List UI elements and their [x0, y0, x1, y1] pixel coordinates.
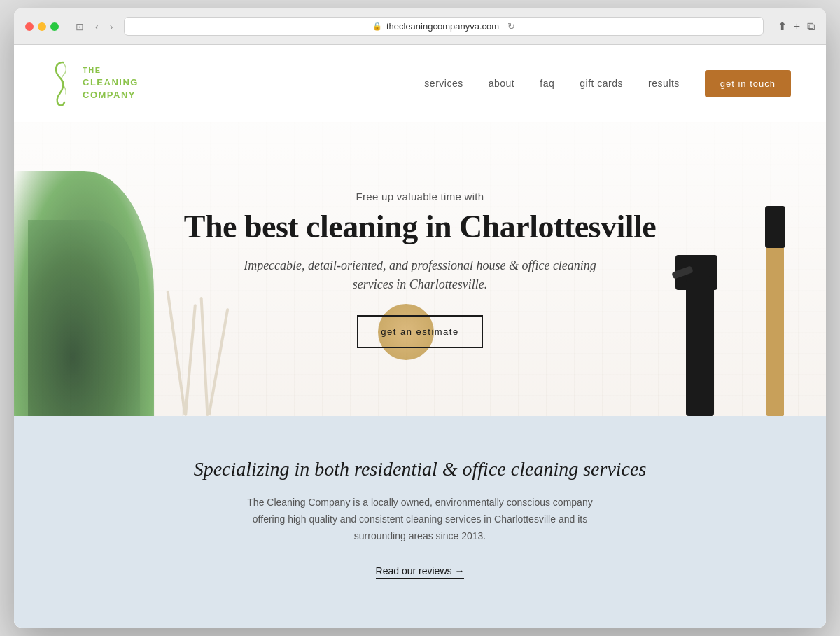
traffic-lights: [25, 22, 59, 31]
hero-eyebrow: Free up valuable time with: [356, 191, 484, 202]
logo-icon: [49, 59, 77, 108]
browser-actions: ⬆ + ⧉: [778, 20, 815, 33]
minimize-button[interactable]: [38, 22, 46, 31]
forward-button[interactable]: ›: [107, 20, 116, 34]
get-in-touch-button[interactable]: get in touch: [705, 70, 791, 97]
hero-title: The best cleaning in Charlottesville: [184, 208, 657, 245]
nav-results[interactable]: results: [648, 78, 680, 89]
bottom-title: Specializing in both residential & offic…: [42, 458, 798, 481]
nav-about[interactable]: about: [489, 78, 515, 89]
back-button[interactable]: ‹: [92, 20, 102, 34]
hero-subtitle: Impeccable, detail-oriented, and profess…: [238, 256, 602, 294]
share-button[interactable]: ⬆: [778, 20, 787, 33]
site-header: THE CLEANING COMPANY services about faq …: [14, 45, 826, 122]
logo-text: THE CLEANING COMPANY: [83, 65, 139, 102]
url-text: thecleaningcompanyva.com: [386, 21, 499, 32]
main-nav: services about faq gift cards results ge…: [424, 70, 791, 97]
close-button[interactable]: [25, 22, 34, 31]
logo[interactable]: THE CLEANING COMPANY: [49, 59, 139, 108]
browser-window: ⊡ ‹ › 🔒 thecleaningcompanyva.com ↻ ⬆ + ⧉: [14, 8, 826, 627]
nav-faq[interactable]: faq: [540, 78, 554, 89]
reload-icon[interactable]: ↻: [507, 21, 515, 32]
hero-section: Free up valuable time with The best clea…: [14, 122, 826, 416]
hero-content: Free up valuable time with The best clea…: [14, 122, 826, 416]
bottom-description: The Cleaning Company is a locally owned,…: [238, 495, 602, 544]
windows-button[interactable]: ⧉: [807, 20, 815, 33]
website-content: THE CLEANING COMPANY services about faq …: [14, 45, 826, 627]
address-bar[interactable]: 🔒 thecleaningcompanyva.com ↻: [124, 17, 763, 36]
get-estimate-button[interactable]: get an estimate: [357, 315, 482, 348]
new-tab-button[interactable]: +: [794, 20, 800, 33]
nav-services[interactable]: services: [424, 78, 463, 89]
nav-gift-cards[interactable]: gift cards: [580, 78, 623, 89]
lock-icon: 🔒: [372, 22, 382, 31]
sidebar-toggle-button[interactable]: ⊡: [73, 20, 87, 34]
read-reviews-link[interactable]: Read our reviews →: [376, 565, 465, 579]
bottom-section: Specializing in both residential & offic…: [14, 416, 826, 627]
fullscreen-button[interactable]: [50, 22, 59, 31]
browser-controls: ⊡ ‹ ›: [73, 20, 115, 34]
browser-chrome: ⊡ ‹ › 🔒 thecleaningcompanyva.com ↻ ⬆ + ⧉: [14, 8, 826, 45]
